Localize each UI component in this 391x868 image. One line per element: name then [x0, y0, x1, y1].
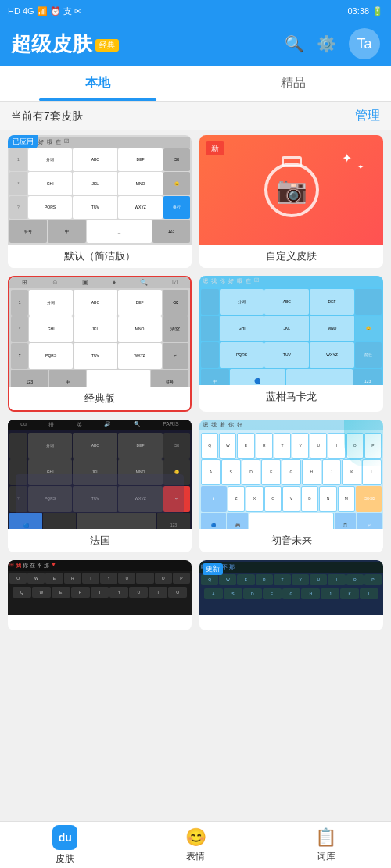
skin-item-dark[interactable]: ⊞我你在不那▼ Q W E R T Y U I O P [8, 560, 192, 630]
skin-name-france: 法国 [8, 529, 192, 552]
nav-skin[interactable]: du 皮肤 [0, 822, 131, 868]
update-badge: 更新 [203, 563, 223, 575]
toolbar: 当前有7套皮肤 管理 [0, 102, 391, 130]
skin-name-macaroon: 蓝柑马卡龙 [199, 385, 383, 409]
skin-grid-inner: 已应用 嗯我你好哦在☑ 1 分词 ABC DEF ⌫ [8, 135, 383, 552]
nav-store-label: 词库 [317, 850, 335, 863]
sparkle-icon: ✦ [342, 151, 352, 166]
signal-icon: 📶 [37, 6, 48, 16]
kb-emoji-icon: ☺ [52, 279, 58, 286]
skin-preview-hatsune: 嗯我着你好 Q W E R T Y U I O [199, 420, 383, 529]
app-header: 超级皮肤 经典 🔍 ⚙️ Ta [0, 22, 391, 66]
sparkle-small-icon: ✦ [357, 163, 364, 171]
time-display: 03:38 [347, 6, 369, 16]
battery-icon: 🔋 [372, 6, 383, 16]
network-indicator: HD 4G [8, 6, 34, 16]
new-badge: 新 [206, 141, 224, 155]
pay-icon: 支 [63, 5, 72, 17]
skin-grid: 已应用 嗯我你好哦在☑ 1 分词 ABC DEF ⌫ [0, 130, 391, 635]
title-text: 超级皮肤 [11, 30, 92, 58]
content-area: 已应用 嗯我你好哦在☑ 1 分词 ABC DEF ⌫ [0, 130, 391, 682]
status-left: HD 4G 📶 ⏰ 支 ✉ [8, 5, 81, 17]
skin-name-custom: 自定义皮肤 [199, 245, 383, 268]
kb-check-icon: ☑ [172, 279, 178, 286]
nav-store[interactable]: 📋 词库 [260, 822, 391, 868]
applied-badge: 已应用 [8, 135, 38, 148]
camera-icon: 📷 [264, 163, 319, 217]
nav-skin-label: 皮肤 [56, 852, 74, 866]
skin-item-classic[interactable]: ⊞ ☺ ▣ ♦ 🔍 ☑ 1 分词 ABC DEF ⌫ [8, 276, 192, 412]
default-kb-preview: 嗯我你好哦在☑ 1 分词 ABC DEF ⌫ * GHI [8, 135, 192, 245]
search-icon[interactable]: 🔍 [285, 34, 304, 53]
kb-voice-icon: ♦ [113, 279, 116, 286]
nav-emoji-label: 表情 [186, 850, 205, 863]
status-right: 03:38 🔋 [347, 6, 383, 16]
tab-local-label: 本地 [85, 76, 110, 89]
tab-local[interactable]: 本地 [0, 66, 196, 101]
skin-preview-france: du拼英🔊🔍PARIS 分词 ABC DEF ⌫ GHI [8, 420, 192, 529]
kb-img-icon: ▣ [82, 279, 88, 286]
settings-icon[interactable]: ⚙️ [317, 34, 336, 53]
skin-item-default[interactable]: 已应用 嗯我你好哦在☑ 1 分词 ABC DEF ⌫ [8, 135, 192, 268]
manage-button[interactable]: 管理 [355, 108, 380, 124]
status-bar: HD 4G 📶 ⏰ 支 ✉ 03:38 🔋 [0, 0, 391, 22]
tab-bar: 本地 精品 [0, 66, 391, 102]
app-title: 超级皮肤 经典 [11, 30, 119, 58]
bottom-nav: du 皮肤 😊 表情 📋 词库 [0, 821, 391, 868]
skin-preview-classic: ⊞ ☺ ▣ ♦ 🔍 ☑ 1 分词 ABC DEF ⌫ [9, 277, 190, 387]
avatar[interactable]: Ta [349, 28, 380, 59]
skin-name-classic: 经典版 [9, 387, 190, 410]
skin-item-macaroon[interactable]: 嗯我你好哦在☑ 分词 ABC DEF ← GHI [199, 276, 383, 412]
skin-preview-custom: 新 📷 ✦ ✦ [199, 135, 383, 245]
blue-preview: 更新 嗯你在不那 Q W E R T Y U I O P [199, 560, 383, 615]
kb-grid-icon: ⊞ [22, 279, 27, 286]
skin-item-france[interactable]: du拼英🔊🔍PARIS 分词 ABC DEF ⌫ GHI [8, 420, 192, 552]
avatar-label: Ta [357, 36, 371, 52]
macaroon-kb-preview: 分词 ABC DEF ← GHI JKL MNO 😊 [199, 287, 383, 385]
tab-boutique-label: 精品 [281, 76, 306, 89]
skin-count: 当前有7套皮肤 [11, 109, 83, 123]
du-logo-icon: du [52, 825, 77, 850]
nav-emoji[interactable]: 😊 表情 [131, 822, 261, 868]
title-badge: 经典 [95, 39, 119, 52]
msg-icon: ✉ [74, 6, 81, 16]
skin-preview-default: 已应用 嗯我你好哦在☑ 1 分词 ABC DEF ⌫ [8, 135, 192, 245]
dark-preview: ⊞我你在不那▼ Q W E R T Y U I O P [8, 560, 192, 615]
classic-kb-preview: 1 分词 ABC DEF ⌫ * GHI JKL MNO 清空 [9, 288, 190, 387]
skin-name-hatsune: 初音未来 [199, 529, 383, 552]
partial-skin-row: ⊞我你在不那▼ Q W E R T Y U I O P [8, 560, 383, 630]
kb-search-icon: 🔍 [140, 279, 148, 286]
skin-item-blue[interactable]: 更新 嗯你在不那 Q W E R T Y U I O P [199, 560, 383, 630]
skin-item-hatsune[interactable]: 嗯我着你好 Q W E R T Y U I O [199, 420, 383, 552]
skin-name-default: 默认（简洁版） [8, 245, 192, 268]
emoji-icon: 😊 [185, 827, 206, 848]
header-icons: 🔍 ⚙️ Ta [285, 28, 380, 59]
store-icon: 📋 [315, 827, 336, 848]
tab-boutique[interactable]: 精品 [196, 66, 391, 101]
skin-item-custom[interactable]: 新 📷 ✦ ✦ 自定义皮肤 [199, 135, 383, 268]
skin-preview-macaroon: 嗯我你好哦在☑ 分词 ABC DEF ← GHI [199, 276, 383, 385]
alarm-icon: ⏰ [50, 6, 61, 16]
